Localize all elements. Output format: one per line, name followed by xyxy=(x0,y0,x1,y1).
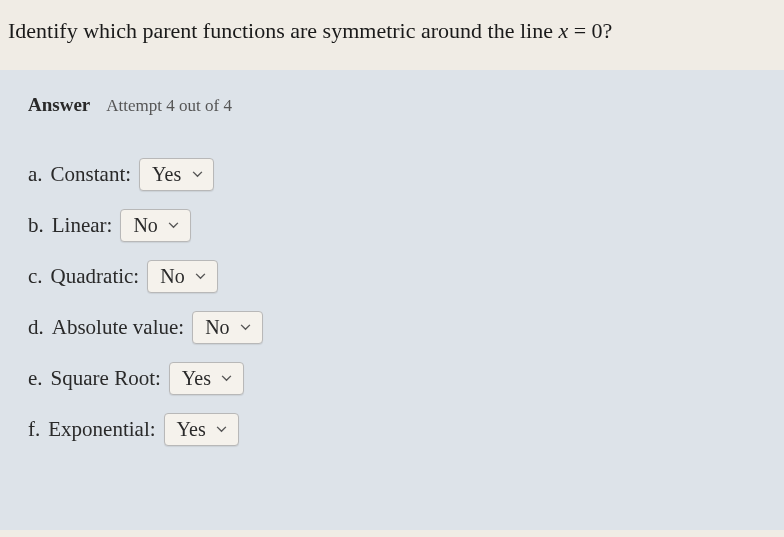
answer-label: Answer xyxy=(28,94,90,115)
item-quadratic: c. Quadratic: No xyxy=(28,260,756,293)
question-text: Identify which parent functions are symm… xyxy=(8,18,776,44)
chevron-down-icon xyxy=(240,322,252,334)
item-label: Constant: xyxy=(51,162,132,187)
item-letter: e. xyxy=(28,366,43,391)
chevron-down-icon xyxy=(168,220,180,232)
dropdown-exponential[interactable]: Yes xyxy=(164,413,239,446)
item-constant: a. Constant: Yes xyxy=(28,158,756,191)
item-letter: d. xyxy=(28,315,44,340)
dropdown-value: No xyxy=(133,214,157,237)
item-label: Linear: xyxy=(52,213,113,238)
dropdown-linear[interactable]: No xyxy=(120,209,190,242)
chevron-down-icon xyxy=(195,271,207,283)
item-absolute-value: d. Absolute value: No xyxy=(28,311,756,344)
item-letter: c. xyxy=(28,264,43,289)
item-label: Square Root: xyxy=(51,366,161,391)
item-label: Quadratic: xyxy=(51,264,140,289)
dropdown-value: Yes xyxy=(182,367,211,390)
chevron-down-icon xyxy=(221,373,233,385)
item-letter: a. xyxy=(28,162,43,187)
dropdown-value: Yes xyxy=(152,163,181,186)
dropdown-constant[interactable]: Yes xyxy=(139,158,214,191)
dropdown-absolute-value[interactable]: No xyxy=(192,311,262,344)
item-letter: f. xyxy=(28,417,40,442)
question-prefix: Identify which parent functions are symm… xyxy=(8,18,558,43)
dropdown-quadratic[interactable]: No xyxy=(147,260,217,293)
dropdown-value: No xyxy=(205,316,229,339)
dropdown-value: No xyxy=(160,265,184,288)
attempt-text: Attempt 4 out of 4 xyxy=(106,96,232,115)
item-letter: b. xyxy=(28,213,44,238)
item-label: Exponential: xyxy=(48,417,155,442)
chevron-down-icon xyxy=(216,424,228,436)
item-exponential: f. Exponential: Yes xyxy=(28,413,756,446)
dropdown-value: Yes xyxy=(177,418,206,441)
item-linear: b. Linear: No xyxy=(28,209,756,242)
item-label: Absolute value: xyxy=(52,315,184,340)
dropdown-square-root[interactable]: Yes xyxy=(169,362,244,395)
question-variable: x xyxy=(558,18,568,43)
answer-header: Answer Attempt 4 out of 4 xyxy=(28,94,756,116)
question-area: Identify which parent functions are symm… xyxy=(0,0,784,70)
question-suffix: = 0? xyxy=(568,18,612,43)
answer-panel: Answer Attempt 4 out of 4 a. Constant: Y… xyxy=(0,70,784,530)
item-square-root: e. Square Root: Yes xyxy=(28,362,756,395)
chevron-down-icon xyxy=(191,169,203,181)
answer-items: a. Constant: Yes b. Linear: No c. Quadra… xyxy=(28,158,756,446)
